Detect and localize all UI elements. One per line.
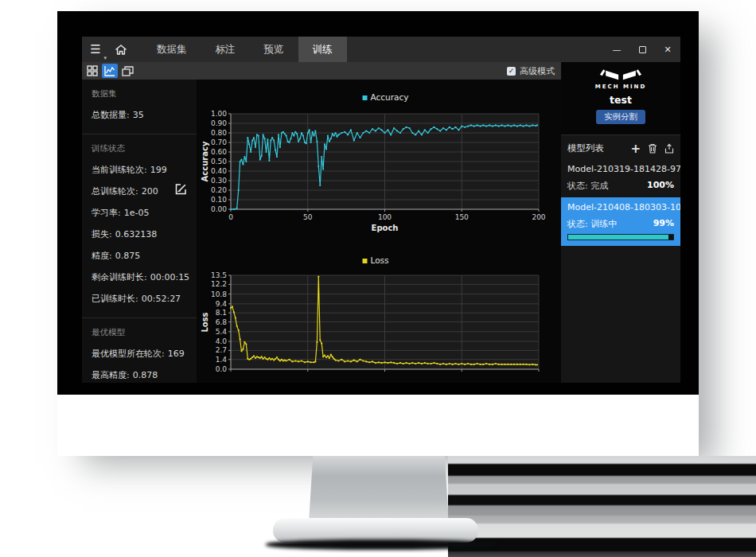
export-icon: [664, 143, 674, 154]
stat-row: 总训练轮次:200: [92, 185, 187, 197]
project-name: test: [561, 94, 680, 106]
stat-row: 最高精度:0.878: [92, 369, 187, 381]
svg-text:Accuracy: Accuracy: [201, 141, 209, 181]
edit-epochs-button[interactable]: [175, 183, 187, 197]
section-best-model: 最优模型 最优模型所在轮次:169 最高精度:0.878: [82, 318, 197, 383]
advanced-mode-label: 高级模式: [520, 65, 555, 77]
minimize-icon: —: [613, 45, 622, 55]
caret-down-icon: ▾: [103, 55, 107, 61]
monitor-chin: [57, 395, 699, 456]
svg-text:0.50: 0.50: [211, 158, 227, 166]
svg-text:0.10: 0.10: [211, 196, 227, 204]
desk-reflection: [448, 456, 756, 557]
check-icon: ✓: [509, 67, 515, 75]
svg-text:2.7: 2.7: [216, 346, 227, 354]
grid-icon: [87, 65, 98, 76]
svg-text:0.20: 0.20: [211, 186, 227, 194]
maximize-icon: [639, 46, 646, 53]
stat-row: 总数据量:35: [92, 109, 187, 121]
svg-text:Epoch: Epoch: [372, 224, 399, 232]
section-training-status: 训练状态 当前训练轮次:199 总训练轮次:200: [82, 134, 197, 318]
svg-text:5.4: 5.4: [216, 328, 228, 336]
toolbar: ✓ 高级模式: [82, 62, 561, 80]
svg-text:12.2: 12.2: [211, 280, 227, 288]
advanced-mode-checkbox[interactable]: ✓: [507, 67, 516, 76]
progress-remainder: [668, 235, 673, 240]
monitor-frame: ☰ ▾ 数据集 标注 预览 训练 —: [57, 11, 699, 456]
maximize-button[interactable]: [629, 37, 655, 62]
svg-text:0.00: 0.00: [211, 205, 227, 213]
training-info-sidebar: 数据集 总数据量:35 训练状态 当前训练轮次:199 总训练轮次:200: [82, 80, 197, 383]
svg-text:0.90: 0.90: [211, 119, 227, 127]
model-percent: 99%: [653, 218, 674, 230]
model-list-item[interactable]: Model-210319-181428-979 状态: 完成 100%: [561, 159, 680, 197]
svg-text:6.8: 6.8: [216, 318, 228, 326]
brand-name: MECH MIND: [561, 84, 680, 90]
hamburger-icon: ☰: [90, 42, 100, 56]
svg-text:1.00: 1.00: [211, 110, 227, 118]
export-model-button[interactable]: [664, 143, 674, 154]
home-icon: [115, 45, 127, 55]
svg-text:Loss: Loss: [201, 312, 209, 332]
close-icon: ✕: [664, 45, 671, 55]
svg-text:100: 100: [378, 213, 392, 221]
svg-text:200: 200: [532, 213, 545, 221]
add-model-button[interactable]: +: [630, 145, 641, 153]
tab-annotation[interactable]: 标注: [201, 37, 250, 62]
line-chart-icon: [104, 65, 115, 76]
edit-pencil-icon: [175, 183, 187, 195]
svg-text:0.70: 0.70: [211, 138, 227, 146]
delete-model-button[interactable]: [648, 143, 657, 154]
tab-training[interactable]: 训练: [298, 37, 347, 62]
grid-view-button[interactable]: [84, 64, 100, 78]
monitor-stand-neck: [309, 456, 449, 523]
svg-text:0.60: 0.60: [211, 148, 227, 156]
advanced-mode-toggle: ✓ 高级模式: [507, 65, 555, 77]
tab-dataset[interactable]: 数据集: [142, 37, 201, 62]
svg-text:0.0: 0.0: [216, 365, 228, 373]
svg-text:150: 150: [455, 213, 469, 221]
stat-row: 当前训练轮次:199: [92, 164, 187, 176]
model-list-section: 模型列表 +: [561, 136, 680, 383]
stat-row: 剩余训练时长:00:00:15: [92, 271, 187, 283]
svg-text:0.30: 0.30: [211, 177, 227, 185]
model-list-item-selected[interactable]: Model-210408-180303-102 状态: 训练中 99%: [561, 197, 680, 246]
close-button[interactable]: ✕: [655, 37, 680, 62]
titlebar: ☰ ▾ 数据集 标注 预览 训练 —: [82, 37, 680, 62]
svg-text:0.80: 0.80: [211, 129, 227, 137]
model-panel: MECH MIND test 实例分割 模型列表 +: [561, 62, 680, 383]
progress-fill: [568, 235, 672, 240]
minimize-button[interactable]: —: [604, 37, 629, 62]
tab-preview[interactable]: 预览: [250, 37, 298, 62]
tab-bar: 数据集 标注 预览 训练: [142, 37, 347, 62]
compare-view-button[interactable]: [119, 64, 135, 78]
stat-row: 最优模型所在轮次:169: [92, 348, 187, 360]
section-title: 数据集: [92, 88, 187, 99]
stat-row: 损失:0.632138: [92, 228, 187, 240]
home-button[interactable]: [109, 37, 133, 62]
svg-text:9.4: 9.4: [216, 300, 228, 308]
svg-text:8.1: 8.1: [216, 309, 227, 317]
section-dataset: 数据集 总数据量:35: [82, 80, 197, 134]
svg-text:Loss: Loss: [371, 255, 389, 265]
charts-area: 0.000.100.200.300.400.500.600.700.800.90…: [197, 80, 561, 383]
svg-text:50: 50: [303, 213, 313, 221]
app-window: ☰ ▾ 数据集 标注 预览 训练 —: [82, 37, 680, 383]
svg-text:13.5: 13.5: [211, 271, 227, 279]
monitor-screen: ☰ ▾ 数据集 标注 预览 训练 —: [57, 11, 699, 395]
model-list-title: 模型列表: [567, 142, 604, 154]
svg-text:0: 0: [228, 213, 233, 221]
accuracy-chart: 0.000.100.200.300.400.500.600.700.800.90…: [197, 84, 561, 266]
menu-button[interactable]: ☰ ▾: [82, 37, 109, 62]
svg-text:1.4: 1.4: [216, 356, 228, 364]
trash-icon: [648, 143, 657, 154]
plus-icon: +: [630, 145, 641, 153]
model-list-header: 模型列表 +: [561, 136, 680, 159]
stat-row: 已训练时长:00:52:27: [92, 293, 187, 305]
project-type-badge: 实例分割: [596, 110, 645, 124]
chart-view-button[interactable]: [102, 64, 118, 78]
window-controls: — ✕: [604, 37, 680, 62]
loss-chart: 0.01.42.74.05.46.88.19.410.812.213.5Loss…: [197, 255, 561, 383]
layers-icon: [122, 66, 134, 76]
section-title: 训练状态: [92, 143, 187, 154]
